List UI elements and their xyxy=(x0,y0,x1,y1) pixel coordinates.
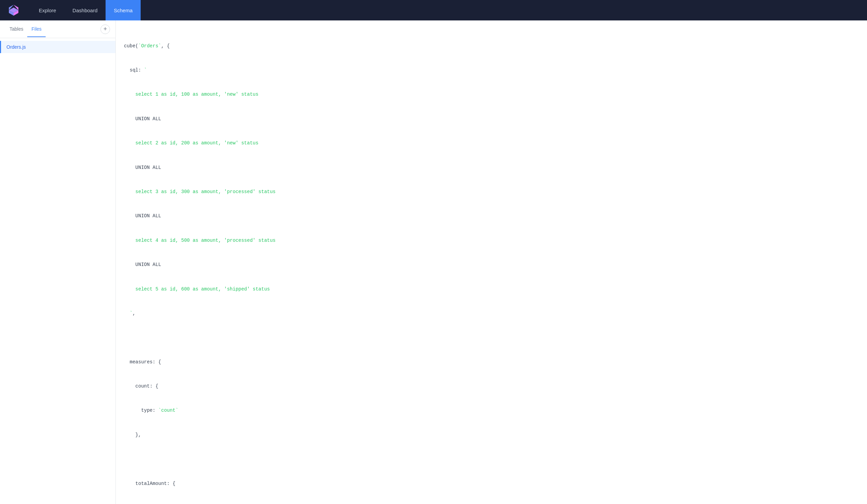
sidebar-tabs: Tables Files + xyxy=(0,20,116,38)
main-layout: Tables Files + Orders.js cube(`Orders`, … xyxy=(0,20,867,504)
file-item-orders[interactable]: Orders.js xyxy=(0,41,116,53)
nav-schema[interactable]: Schema xyxy=(106,0,141,20)
editor-area[interactable]: cube(`Orders`, { sql: ` select 1 as id, … xyxy=(116,20,867,504)
logo xyxy=(7,3,20,17)
add-file-button[interactable]: + xyxy=(100,24,110,34)
navbar: Explore Dashboard Schema xyxy=(0,0,867,20)
tab-tables[interactable]: Tables xyxy=(6,21,27,37)
tab-files[interactable]: Files xyxy=(27,21,46,37)
nav-items: Explore Dashboard Schema xyxy=(31,0,141,20)
sidebar-file-list: Orders.js xyxy=(0,38,116,56)
code-editor: cube(`Orders`, { sql: ` select 1 as id, … xyxy=(124,26,859,504)
nav-explore[interactable]: Explore xyxy=(31,0,64,20)
nav-dashboard[interactable]: Dashboard xyxy=(64,0,106,20)
sidebar: Tables Files + Orders.js xyxy=(0,20,116,504)
